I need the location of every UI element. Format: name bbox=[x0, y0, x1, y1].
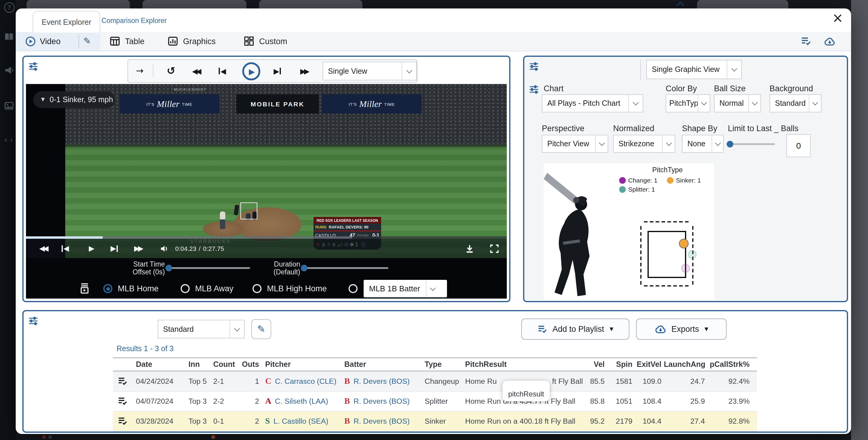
col-exitvel[interactable]: ExitVel bbox=[633, 358, 661, 371]
toolbar-item-graphics[interactable]: Graphics bbox=[168, 32, 216, 51]
progress-played[interactable] bbox=[26, 236, 103, 238]
replay-icon[interactable]: ↺ bbox=[167, 60, 176, 82]
chart-select-value: All Plays - Pitch Chart bbox=[542, 95, 628, 112]
color-by-select[interactable]: PitchType bbox=[665, 94, 710, 112]
col-pitcher[interactable]: Pitcher bbox=[265, 358, 291, 371]
graphic-view-select[interactable]: Single Graphic View bbox=[646, 60, 742, 79]
playlist-check-icon[interactable] bbox=[118, 377, 127, 386]
exports-button[interactable]: Exports ▼ bbox=[636, 319, 727, 340]
pitcher-link[interactable]: C. Carrasco (CLE) bbox=[275, 372, 336, 391]
duration-slider[interactable] bbox=[304, 267, 389, 269]
radio-mlb-away[interactable] bbox=[181, 284, 190, 293]
batter-link[interactable]: R. Devers (BOS) bbox=[354, 392, 410, 411]
rewind-icon[interactable]: ◀◀ bbox=[192, 60, 199, 82]
play-icon[interactable]: ▶ bbox=[242, 62, 260, 80]
jump-forward-icon[interactable]: → bbox=[136, 60, 144, 82]
col-launchang[interactable]: LaunchAng bbox=[664, 358, 705, 371]
chart-select[interactable]: All Plays - Pitch Chart bbox=[542, 94, 643, 112]
divider bbox=[79, 34, 79, 48]
video-screen[interactable]: MUCKLESHOOT IT'S Miller TIME MOBILE PARK… bbox=[26, 84, 507, 258]
duration-slider-thumb[interactable] bbox=[301, 265, 307, 271]
table-row[interactable]: 04/24/2024 Top 5 2-1 1 CC. Carrasco (CLE… bbox=[113, 372, 757, 392]
playlist-check-icon[interactable] bbox=[118, 397, 127, 406]
pitcher-link[interactable]: C. Silseth (LAA) bbox=[275, 392, 328, 411]
batter-link[interactable]: R. Devers (BOS) bbox=[354, 372, 410, 391]
edit-preset-button[interactable]: ✎ bbox=[251, 319, 271, 339]
start-time-slider-thumb[interactable] bbox=[165, 265, 172, 271]
batter-link[interactable]: R. Devers (BOS) bbox=[354, 412, 410, 431]
col-vel[interactable]: Vel bbox=[572, 358, 604, 371]
normalized-select[interactable]: Strikezone bbox=[613, 135, 675, 153]
col-inn[interactable]: Inn bbox=[188, 358, 200, 371]
backdrop-tab bbox=[259, 0, 363, 9]
limit-input[interactable]: 0 bbox=[786, 134, 811, 157]
megaphone-icon[interactable] bbox=[4, 65, 14, 75]
video-scene: MUCKLESHOOT IT'S Miller TIME MOBILE PARK… bbox=[65, 84, 507, 258]
table-row[interactable]: 04/07/2024 Top 3 2-2 2 AC. Silseth (LAA)… bbox=[113, 392, 757, 412]
col-pcallstrk[interactable]: pCallStrk% bbox=[707, 358, 750, 371]
col-type[interactable]: Type bbox=[425, 358, 442, 371]
skip-start-icon[interactable]: ◀ bbox=[219, 60, 226, 82]
tab-event-explorer[interactable]: Event Explorer bbox=[33, 11, 100, 33]
perspective-select[interactable]: Pitcher View bbox=[542, 135, 608, 153]
pitch-dot-sinker[interactable] bbox=[679, 239, 689, 248]
add-to-playlist-button[interactable]: Add to Playlist ▼ bbox=[521, 319, 629, 340]
download-icon[interactable] bbox=[465, 239, 474, 258]
close-icon[interactable]: × bbox=[832, 11, 843, 25]
book-icon[interactable] bbox=[4, 32, 14, 42]
start-time-slider[interactable] bbox=[168, 267, 250, 269]
skip-end-icon[interactable]: ▶ bbox=[274, 60, 281, 82]
video-settings-sliders-icon[interactable] bbox=[28, 62, 38, 71]
col-date[interactable]: Date bbox=[136, 358, 152, 371]
pitch-dot-splitter[interactable] bbox=[688, 250, 696, 259]
volume-icon[interactable] bbox=[160, 239, 169, 258]
results-summary[interactable]: Results 1 - 3 of 3 bbox=[117, 345, 174, 353]
queue-icon[interactable] bbox=[79, 283, 90, 294]
table-preset-select[interactable]: Standard bbox=[158, 320, 245, 339]
images-icon[interactable] bbox=[4, 101, 14, 111]
background-select[interactable]: Standard bbox=[770, 94, 822, 112]
shape-by-select[interactable]: None bbox=[682, 135, 724, 153]
rewind-icon[interactable]: ◀◀ bbox=[39, 239, 47, 258]
collapse-icon[interactable]: ‹ › bbox=[4, 136, 13, 144]
cloud-download-icon[interactable] bbox=[824, 32, 835, 51]
skip-end-icon[interactable]: ▶ bbox=[111, 239, 118, 258]
play-icon[interactable]: ▶ bbox=[89, 239, 94, 258]
progress-buffered[interactable] bbox=[103, 236, 352, 238]
ball-size-select[interactable]: Normal bbox=[714, 94, 761, 112]
cell-count: 2-1 bbox=[213, 372, 224, 391]
edit-pencil-icon[interactable]: ✎ bbox=[83, 37, 91, 46]
table-row-selected[interactable]: 03/28/2024 Top 3 0-1 2 SL. Castillo (SEA… bbox=[113, 412, 757, 432]
radio-mlb-1b-batter[interactable] bbox=[348, 284, 358, 293]
pitcher-link[interactable]: L. Castillo (SEA) bbox=[274, 412, 329, 431]
progress-track[interactable] bbox=[352, 236, 507, 238]
view-mode-select[interactable]: Single View bbox=[322, 62, 417, 80]
limit-slider-thumb[interactable] bbox=[727, 141, 733, 147]
toolbar-item-video[interactable]: Video ✎ bbox=[16, 32, 100, 51]
toolbar-item-custom[interactable]: Custom bbox=[244, 32, 287, 51]
chart-settings-sliders-icon[interactable] bbox=[529, 85, 539, 94]
fast-forward-icon[interactable]: ▶▶ bbox=[300, 60, 308, 82]
col-pitchresult[interactable]: PitchResult bbox=[465, 358, 507, 371]
radio-mlb-home[interactable] bbox=[103, 284, 112, 293]
tab-comparison-explorer[interactable]: Comparison Explorer bbox=[101, 17, 167, 24]
results-settings-sliders-icon[interactable] bbox=[28, 316, 38, 326]
pitch-dot-change[interactable] bbox=[681, 264, 690, 272]
toolbar-item-table[interactable]: Table bbox=[110, 32, 145, 51]
playlist-check-icon[interactable] bbox=[801, 32, 811, 51]
col-batter[interactable]: Batter bbox=[344, 358, 366, 371]
fast-forward-icon[interactable]: ▶▶ bbox=[134, 239, 142, 258]
help-icon[interactable]: ? bbox=[4, 2, 14, 13]
camera-angle-value: MLB 1B Batter bbox=[364, 280, 426, 297]
camera-angle-select[interactable]: MLB 1B Batter bbox=[364, 280, 447, 297]
limit-slider[interactable] bbox=[729, 143, 775, 145]
col-spin[interactable]: Spin bbox=[608, 358, 632, 371]
graphic-view-sliders-icon[interactable] bbox=[529, 62, 539, 71]
pitch-select-pill[interactable]: ▼ 0-1 Sinker, 95 mph bbox=[33, 91, 115, 108]
skip-start-icon[interactable]: ◀ bbox=[62, 239, 69, 258]
fullscreen-icon[interactable] bbox=[490, 239, 499, 258]
playlist-check-icon[interactable] bbox=[118, 416, 127, 426]
col-outs[interactable]: Outs bbox=[231, 358, 259, 371]
radio-mlb-high-home[interactable] bbox=[252, 284, 261, 293]
cell-pitchresult: Home Run on a 400.18 ft Fly Ball bbox=[465, 412, 575, 431]
